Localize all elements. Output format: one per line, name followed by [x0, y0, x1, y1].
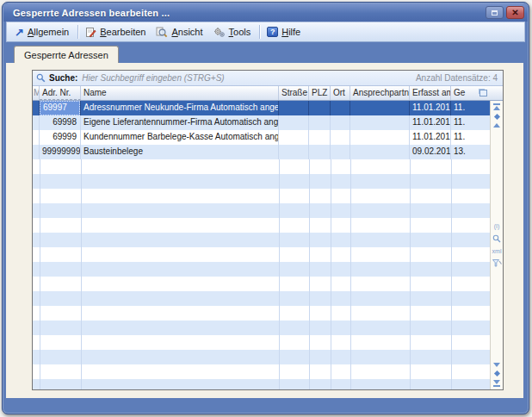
search-icon: [36, 73, 46, 83]
cell-geaendert: 11.: [451, 115, 487, 130]
cell-ort: [331, 145, 350, 159]
magnifier-page-icon: [156, 27, 168, 38]
search-bar[interactable]: Suche: Hier Suchbegriff eingeben (STRG+S…: [33, 71, 503, 86]
page-up-icon[interactable]: [493, 114, 499, 120]
cell-ort: [331, 130, 350, 145]
column-header-m[interactable]: M: [33, 86, 40, 100]
cell-geaendert: 13.: [451, 145, 487, 159]
tab-gesperrte-adressen[interactable]: Gesperrte Adressen: [14, 46, 119, 63]
cell-name: Kundennummer Barbelege-Kasse Automatisch…: [81, 130, 279, 145]
menu-separator: [77, 25, 78, 39]
cell-m: [33, 130, 40, 145]
column-header-ort[interactable]: Ort: [331, 86, 350, 100]
column-header-strasse[interactable]: Straße: [279, 86, 309, 100]
search-input[interactable]: Hier Suchbegriff eingeben (STRG+S): [82, 73, 416, 83]
nav-strip-middle: (I) xml: [492, 128, 502, 363]
close-icon: ✕: [511, 9, 518, 17]
page-down-icon[interactable]: [493, 370, 499, 377]
edit-page-icon: [85, 27, 96, 38]
cell-strasse: [279, 101, 309, 115]
app-window: Gesperrte Adressen bearbeiten ... ✕ ↗ Al…: [2, 2, 529, 414]
scroll-to-bottom-icon[interactable]: [493, 380, 500, 387]
nav-strip-bottom: [493, 363, 500, 389]
tab-label: Gesperrte Adressen: [24, 50, 108, 60]
column-gridline: [410, 159, 411, 389]
scroll-to-top-icon[interactable]: [493, 103, 500, 110]
restore-icon: [492, 10, 498, 16]
row-down-icon[interactable]: [493, 363, 500, 367]
column-header-adr-nr[interactable]: Adr. Nr.: [40, 86, 81, 100]
column-picker-icon: [479, 90, 487, 96]
xml-export-icon[interactable]: xml: [492, 248, 502, 254]
cell-plz: [309, 101, 331, 115]
cell-name: Bausteinbelege: [81, 145, 279, 159]
restore-button[interactable]: [486, 6, 504, 19]
table-row[interactable]: 69997 Adressnummer Neukunde-Firma Automa…: [33, 101, 490, 115]
cell-erfasst-am: 11.01.2012: [410, 115, 451, 130]
column-header-ansprechpartner[interactable]: Ansprechpartner: [350, 86, 410, 100]
cell-adr-nr: 99999999: [40, 145, 81, 159]
column-gridline: [331, 159, 331, 389]
menu-item-hilfe[interactable]: ? Hilfe: [263, 25, 306, 39]
column-gridline: [350, 159, 351, 389]
empty-rows-area: [33, 159, 490, 389]
table-row[interactable]: 69999 Kundennummer Barbelege-Kasse Autom…: [33, 130, 490, 145]
search-icon[interactable]: [492, 234, 501, 243]
table-row[interactable]: 69998 Eigene Lieferantennummer-Firma Aut…: [33, 115, 490, 130]
column-header-plz[interactable]: PLZ: [309, 86, 331, 100]
cell-adr-nr: 69999: [40, 130, 81, 145]
table-row[interactable]: 99999999 Bausteinbelege 09.02.2012 13.: [33, 145, 490, 159]
cell-name: Eigene Lieferantennummer-Firma Automatis…: [81, 115, 279, 130]
cell-erfasst-am: 11.01.2012: [410, 130, 451, 145]
cell-m: [33, 101, 40, 115]
grid-nav-strip: (I) xml: [490, 101, 503, 389]
column-gridline: [309, 159, 310, 389]
menu-item-label: Ansicht: [171, 27, 202, 37]
nav-strip-top: [493, 101, 500, 128]
menu-separator: [259, 25, 260, 39]
cell-erfasst-am: 11.01.2012: [410, 101, 451, 115]
close-button[interactable]: ✕: [506, 6, 524, 19]
cell-geaendert: 11.: [451, 130, 487, 145]
record-info-icon[interactable]: (I): [494, 223, 500, 229]
cell-ort: [331, 115, 350, 130]
tab-strip: Gesperrte Adressen: [6, 42, 525, 63]
cell-plz: [309, 145, 331, 159]
data-grid: Suche: Hier Suchbegriff eingeben (STRG+S…: [32, 70, 504, 390]
record-count: Anzahl Datensätze: 4: [416, 73, 498, 83]
gears-icon: [213, 27, 226, 38]
menu-item-label: Allgemein: [28, 27, 69, 37]
cell-strasse: [279, 115, 309, 130]
titlebar[interactable]: Gesperrte Adressen bearbeiten ... ✕: [3, 3, 528, 22]
menubar: ↗ Allgemein Bearbeiten Ansic: [6, 22, 525, 42]
focused-cell: 69997: [40, 101, 80, 115]
column-header-geaendert[interactable]: Ge: [451, 86, 477, 100]
cell-ansprechpartner: [350, 101, 410, 115]
column-gridline: [40, 159, 40, 389]
window-title: Gesperrte Adressen bearbeiten ...: [13, 8, 483, 18]
cell-adr-nr: 69997: [40, 101, 81, 115]
cell-plz: [309, 115, 331, 130]
column-gridline: [451, 159, 452, 389]
cell-adr-nr: 69998: [40, 115, 81, 130]
search-label: Suche:: [49, 73, 77, 83]
column-gridline: [81, 159, 82, 389]
column-gridline: [279, 159, 280, 389]
cell-ansprechpartner: [350, 130, 410, 145]
cell-erfasst-am: 09.02.2012: [410, 145, 451, 159]
column-header-name[interactable]: Name: [81, 86, 279, 100]
menu-item-label: Hilfe: [281, 27, 300, 37]
column-picker-button[interactable]: [477, 86, 490, 100]
cell-ansprechpartner: [350, 145, 410, 159]
menu-item-bearbeiten[interactable]: Bearbeiten: [81, 25, 152, 40]
menu-item-allgemein[interactable]: ↗ Allgemein: [10, 25, 75, 40]
cell-ansprechpartner: [350, 115, 410, 130]
menu-item-ansicht[interactable]: Ansicht: [152, 25, 208, 40]
menu-item-tools[interactable]: Tools: [209, 25, 257, 40]
cell-name: Adressnummer Neukunde-Firma Automatisch …: [81, 101, 279, 115]
cell-strasse: [279, 145, 309, 159]
filter-icon[interactable]: [492, 259, 502, 267]
cell-m: [33, 145, 40, 159]
menu-item-label: Bearbeiten: [100, 27, 145, 37]
column-header-erfasst-am[interactable]: Erfasst am: [410, 86, 451, 100]
